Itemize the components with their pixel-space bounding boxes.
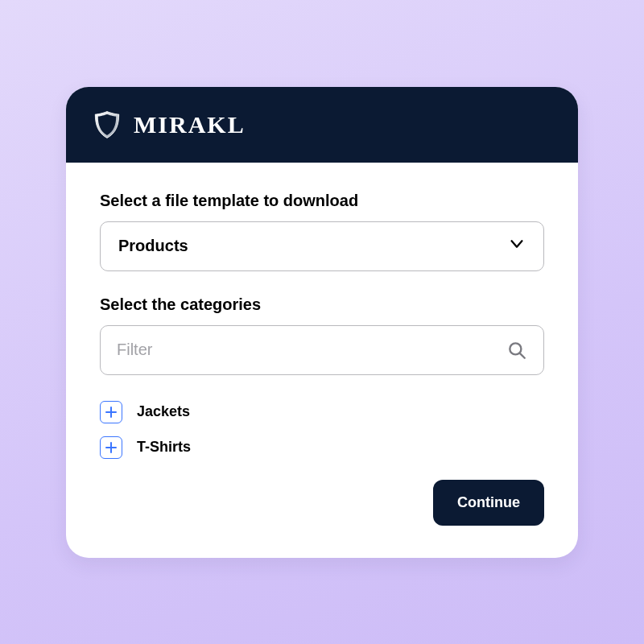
svg-line-1 — [520, 353, 525, 357]
brand-name: MIRAKL — [134, 111, 246, 138]
template-select[interactable]: Products — [100, 221, 544, 271]
plus-icon — [105, 407, 117, 418]
dialog-header: MIRAKL — [66, 87, 578, 163]
categories-label: Select the categories — [100, 295, 544, 314]
chevron-down-icon — [508, 235, 526, 257]
expand-button[interactable] — [100, 436, 122, 459]
filter-input[interactable] — [117, 341, 506, 359]
expand-button[interactable] — [100, 401, 122, 423]
dialog-card: MIRAKL Select a file template to downloa… — [66, 87, 578, 558]
template-select-value: Products — [118, 237, 188, 255]
category-label[interactable]: T-Shirts — [137, 439, 191, 456]
category-item: Jackets — [100, 394, 544, 430]
category-item: T-Shirts — [100, 430, 544, 465]
filter-field[interactable] — [100, 325, 544, 375]
search-icon — [506, 340, 527, 361]
dialog-body: Select a file template to download Produ… — [66, 163, 578, 558]
continue-button[interactable]: Continue — [433, 480, 544, 526]
dialog-footer: Continue — [100, 480, 544, 526]
plus-icon — [105, 442, 117, 453]
shield-logo-icon — [92, 109, 122, 140]
template-select-label: Select a file template to download — [100, 192, 544, 210]
category-label[interactable]: Jackets — [137, 403, 190, 420]
category-list: Jackets T-Shirts — [100, 394, 544, 465]
